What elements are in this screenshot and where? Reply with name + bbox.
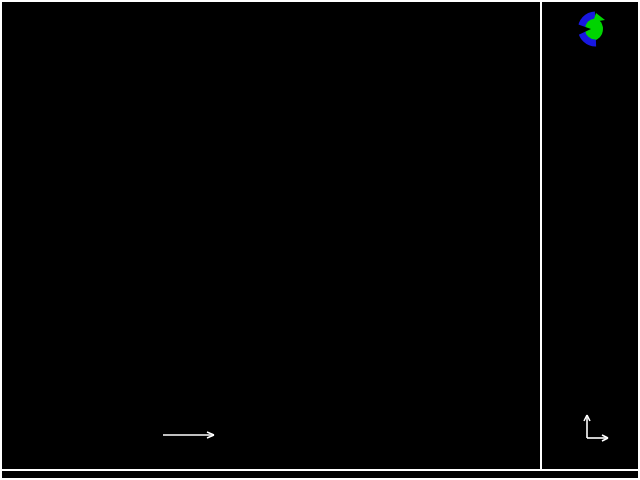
vector-plot-canvas [63,13,470,408]
axis-orientation-icon [574,396,634,444]
photon-window [0,0,640,480]
photon-logo-icon [566,9,606,49]
panel-divider [540,0,542,471]
status-divider [0,469,640,471]
reference-vector-arrow [162,429,222,441]
